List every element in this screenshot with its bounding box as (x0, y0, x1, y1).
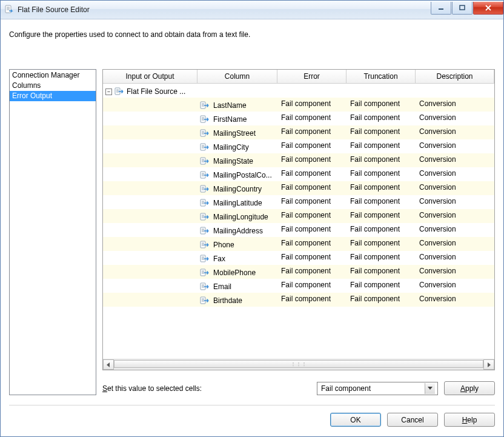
titlebar[interactable]: Flat File Source Editor (1, 1, 503, 19)
grid-source-row[interactable]: −Flat File Source ... (103, 84, 494, 98)
table-row[interactable]: FirstNameFail componentFail componentCon… (103, 112, 494, 125)
table-row[interactable]: MailingPostalCo...Fail componentFail com… (103, 167, 494, 181)
column-name: Birthdate (213, 296, 242, 305)
set-value-dropdown[interactable]: Fail component (317, 382, 438, 395)
truncation-cell[interactable]: Fail component (346, 209, 416, 223)
error-cell[interactable]: Fail component (277, 223, 346, 237)
window: Flat File Source Editor Configure the pr… (0, 0, 504, 437)
column-name: MailingLongitude (213, 213, 268, 221)
table-row[interactable]: MailingCountryFail componentFail compone… (103, 181, 494, 195)
column-name: MailingState (213, 157, 253, 165)
truncation-cell[interactable]: Fail component (346, 139, 416, 153)
error-cell[interactable]: Fail component (277, 181, 346, 195)
sidebar-item-columns[interactable]: Columns (10, 81, 96, 91)
flat-file-icon (4, 5, 14, 15)
truncation-cell[interactable]: Fail component (346, 251, 416, 265)
scroll-thumb[interactable]: ⋮⋮⋮ (114, 360, 483, 368)
table-row[interactable]: MailingLongitudeFail componentFail compo… (103, 209, 494, 223)
scroll-left-button[interactable] (103, 359, 114, 370)
scroll-right-button[interactable] (483, 359, 494, 370)
error-cell[interactable]: Fail component (277, 279, 346, 293)
column-name: MailingAddress (213, 227, 263, 235)
sidebar-item-connection-manager[interactable]: Connection Manager (10, 70, 96, 81)
error-cell[interactable]: Fail component (277, 153, 346, 167)
column-icon (200, 296, 210, 305)
description-cell: Conversion (416, 98, 494, 112)
svg-rect-1 (439, 8, 443, 10)
error-cell[interactable]: Fail component (277, 251, 346, 265)
sidebar-item-error-output[interactable]: Error Output (10, 91, 96, 101)
error-cell[interactable]: Fail component (277, 98, 346, 112)
scroll-track[interactable]: ⋮⋮⋮ (114, 360, 483, 369)
description-cell: Conversion (416, 265, 494, 279)
description-cell: Conversion (416, 181, 494, 195)
close-button[interactable] (473, 2, 503, 15)
source-label: Flat File Source ... (127, 87, 185, 96)
help-button[interactable]: Help (444, 413, 495, 427)
apply-button[interactable]: Apply (444, 381, 495, 395)
truncation-cell[interactable]: Fail component (346, 237, 416, 251)
window-buttons (430, 2, 503, 14)
ok-button[interactable]: OK (330, 413, 381, 427)
chevron-down-icon (425, 383, 435, 394)
truncation-cell[interactable]: Fail component (346, 125, 416, 139)
set-value-row: Set this value to selected cells: Fail c… (102, 381, 495, 395)
error-cell[interactable]: Fail component (277, 139, 346, 153)
truncation-cell[interactable]: Fail component (346, 195, 416, 209)
column-icon (200, 184, 210, 194)
truncation-cell[interactable]: Fail component (346, 181, 416, 195)
truncation-cell[interactable]: Fail component (346, 112, 416, 125)
header-column[interactable]: Column (197, 70, 277, 84)
sidebar: Connection ManagerColumnsError Output (9, 69, 96, 395)
description-cell: Conversion (416, 125, 494, 139)
table-row[interactable]: BirthdateFail componentFail componentCon… (103, 293, 494, 307)
column-icon (200, 198, 210, 208)
error-cell[interactable]: Fail component (277, 237, 346, 251)
table-row[interactable]: PhoneFail componentFail componentConvers… (103, 237, 494, 251)
table-row[interactable]: MailingLatitudeFail componentFail compon… (103, 195, 494, 209)
minimize-button[interactable] (431, 2, 451, 15)
error-cell[interactable]: Fail component (277, 112, 346, 125)
error-cell[interactable]: Fail component (277, 125, 346, 139)
table-row[interactable]: LastNameFail componentFail componentConv… (103, 98, 494, 112)
column-icon (200, 115, 210, 124)
maximize-button[interactable] (452, 2, 472, 15)
table-row[interactable]: MailingStreetFail componentFail componen… (103, 125, 494, 139)
table-row[interactable]: MobilePhoneFail componentFail componentC… (103, 265, 494, 279)
truncation-cell[interactable]: Fail component (346, 153, 416, 167)
flat-file-source-icon (114, 87, 124, 96)
truncation-cell[interactable]: Fail component (346, 279, 416, 293)
error-cell[interactable]: Fail component (277, 195, 346, 209)
column-name: MailingCountry (213, 185, 262, 193)
dropdown-selected: Fail component (321, 384, 425, 393)
header-description[interactable]: Description (416, 70, 494, 84)
header-input-output[interactable]: Input or Output (103, 70, 197, 84)
set-value-label: Set this value to selected cells: (102, 384, 202, 393)
error-cell[interactable]: Fail component (277, 293, 346, 307)
header-truncation[interactable]: Truncation (346, 70, 416, 84)
horizontal-scrollbar[interactable]: ⋮⋮⋮ (103, 359, 494, 370)
table-row[interactable]: MailingStateFail componentFail component… (103, 153, 494, 167)
error-cell[interactable]: Fail component (277, 167, 346, 181)
table-row[interactable]: MailingAddressFail componentFail compone… (103, 223, 494, 237)
collapse-icon[interactable]: − (105, 88, 112, 95)
truncation-cell[interactable]: Fail component (346, 98, 416, 112)
column-name: FirstName (213, 115, 247, 124)
column-icon (200, 170, 210, 180)
column-name: Fax (213, 255, 225, 263)
truncation-cell[interactable]: Fail component (346, 293, 416, 307)
truncation-cell[interactable]: Fail component (346, 223, 416, 237)
cancel-button[interactable]: Cancel (387, 413, 438, 427)
table-row[interactable]: FaxFail componentFail componentConversio… (103, 251, 494, 265)
truncation-cell[interactable]: Fail component (346, 167, 416, 181)
instruction-text: Configure the properties used to connect… (9, 30, 495, 39)
table-row[interactable]: MailingCityFail componentFail componentC… (103, 139, 494, 153)
error-cell[interactable]: Fail component (277, 265, 346, 279)
truncation-cell[interactable]: Fail component (346, 265, 416, 279)
header-error[interactable]: Error (277, 70, 346, 84)
column-name: LastName (213, 101, 247, 110)
table-row[interactable]: EmailFail componentFail componentConvers… (103, 279, 494, 293)
description-cell: Conversion (416, 237, 494, 251)
column-icon (200, 212, 210, 222)
error-cell[interactable]: Fail component (277, 209, 346, 223)
